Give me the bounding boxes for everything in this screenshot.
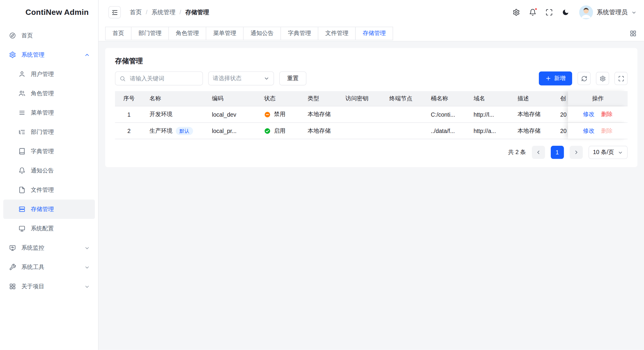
sidebar-item-about[interactable]: 关于项目: [3, 277, 95, 296]
tab-menu-mgmt[interactable]: 菜单管理: [206, 26, 243, 40]
tab-dept-mgmt[interactable]: 部门管理: [131, 26, 169, 40]
app-root: ContiNew Admin 首页 系统管理 用户管理 角色管理: [0, 0, 644, 350]
status-select-placeholder: 请选择状态: [213, 75, 242, 82]
sidebar-item-dict-mgmt[interactable]: 字典管理: [3, 142, 95, 161]
bell-icon: [18, 167, 26, 174]
modify-link[interactable]: 修改: [583, 127, 595, 134]
gear-icon: [599, 75, 606, 82]
pagination-next-button[interactable]: [569, 146, 583, 159]
content: 存储管理 请选择状态 重置 新增: [99, 42, 644, 350]
sidebar-item-label: 部门管理: [31, 128, 54, 136]
monitor-icon: [18, 225, 26, 232]
storage-name: 生产环境: [150, 127, 173, 134]
table-header-row: 序号 名称 编码 状态 类型 访问密钥 终端节点 桶名称 域名 描述 创 操作: [115, 91, 627, 106]
cell-code: local_pr...: [205, 123, 258, 139]
sidebar-item-label: 文件管理: [31, 186, 54, 194]
user-menu[interactable]: 系统管理员: [579, 5, 637, 19]
sidebar-item-system-tools[interactable]: 系统工具: [3, 257, 95, 277]
chevron-right-icon: [573, 150, 579, 155]
sidebar-collapse-button[interactable]: [108, 6, 121, 18]
sidebar-item-label: 存储管理: [31, 205, 54, 213]
breadcrumb: 首页 / 系统管理 / 存储管理: [130, 8, 209, 16]
cell-type: 本地存储: [301, 123, 339, 139]
sidebar-item-role-mgmt[interactable]: 角色管理: [3, 84, 95, 103]
search-input[interactable]: [129, 75, 198, 82]
bell-icon[interactable]: [529, 9, 537, 16]
chevron-down-icon: [84, 284, 90, 289]
delete-link[interactable]: 删除: [601, 111, 613, 118]
sidebar-item-system-mgmt[interactable]: 系统管理: [3, 45, 95, 64]
pagination-page-1[interactable]: 1: [550, 146, 564, 159]
tab-dict-mgmt[interactable]: 字典管理: [281, 26, 318, 40]
tab-actions-grid-icon[interactable]: [630, 30, 637, 37]
app-title: ContiNew Admin: [26, 8, 89, 17]
reset-button[interactable]: 重置: [279, 72, 306, 85]
fullscreen-icon[interactable]: [545, 9, 553, 16]
sidebar-item-file-mgmt[interactable]: 文件管理: [3, 180, 95, 199]
pagination-prev-button[interactable]: [532, 146, 545, 159]
menu-fold-icon: [111, 9, 118, 16]
sidebar-item-storage-mgmt[interactable]: 存储管理: [3, 199, 95, 219]
tab-home[interactable]: 首页: [105, 26, 132, 40]
chevron-down-icon: [84, 245, 90, 251]
tabbar: 首页 部门管理 角色管理 菜单管理 通知公告 字典管理 文件管理 存储管理: [99, 25, 644, 42]
moon-icon[interactable]: [562, 9, 569, 16]
col-header-code: 编码: [205, 91, 258, 106]
modify-link[interactable]: 修改: [583, 111, 595, 118]
sidebar-item-dept-mgmt[interactable]: 部门管理: [3, 122, 95, 142]
storage-card: 存储管理 请选择状态 重置 新增: [105, 48, 637, 167]
tab-storage-mgmt[interactable]: 存储管理: [355, 26, 393, 40]
delete-link-disabled: 删除: [601, 127, 613, 134]
status-select[interactable]: 请选择状态: [208, 72, 274, 85]
breadcrumb-current: 存储管理: [185, 8, 209, 16]
cell-code: local_dev: [205, 106, 258, 122]
col-header-endpoint: 终端节点: [383, 91, 424, 106]
app-logo[interactable]: ContiNew Admin: [0, 0, 98, 25]
sidebar-item-label: 系统配置: [31, 225, 54, 232]
avatar: [579, 5, 593, 19]
page-size-value: 10 条/页: [593, 149, 614, 156]
sidebar-item-system-monitor[interactable]: 系统监控: [3, 238, 95, 257]
storage-name: 开发环境: [150, 111, 173, 118]
sidebar-item-label: 字典管理: [31, 148, 54, 155]
cell-created-clipped: 20: [554, 106, 568, 122]
chevron-down-icon: [631, 10, 637, 15]
sidebar-item-home[interactable]: 首页: [3, 26, 95, 45]
breadcrumb-system-mgmt[interactable]: 系统管理: [151, 8, 175, 16]
column-settings-button[interactable]: [596, 72, 609, 85]
sidebar-item-label: 系统管理: [21, 51, 44, 58]
gear-icon: [9, 51, 16, 58]
breadcrumb-home[interactable]: 首页: [130, 8, 142, 16]
cell-description: 本地存储: [511, 123, 554, 139]
menu-lines-icon: [18, 109, 26, 116]
sidebar-item-user-mgmt[interactable]: 用户管理: [3, 64, 95, 84]
tab-role-mgmt[interactable]: 角色管理: [168, 26, 206, 40]
sidebar-item-system-config[interactable]: 系统配置: [3, 219, 95, 238]
pagination: 共 2 条 1 10 条/页: [115, 146, 627, 159]
sidebar: ContiNew Admin 首页 系统管理 用户管理 角色管理: [0, 0, 99, 350]
sidebar-item-label: 系统工具: [21, 263, 44, 271]
tab-file-mgmt[interactable]: 文件管理: [318, 26, 356, 40]
topbar: 首页 / 系统管理 / 存储管理 系统管理员: [99, 0, 644, 25]
col-header-domain: 域名: [467, 91, 511, 106]
toolbar: 请选择状态 重置 新增: [115, 72, 627, 85]
table-fullscreen-button[interactable]: [614, 72, 627, 85]
hexagon-logo-icon: [7, 5, 21, 19]
add-button[interactable]: 新增: [539, 72, 572, 85]
page-size-select[interactable]: 10 条/页: [588, 146, 628, 159]
sidebar-menu: 首页 系统管理 用户管理 角色管理 菜单管理 部门管理: [0, 25, 98, 296]
page-title: 存储管理: [115, 56, 627, 66]
cell-description: 本地存储: [511, 106, 554, 122]
search-icon: [120, 75, 126, 82]
plus-icon: [545, 76, 551, 81]
sidebar-item-label: 系统监控: [21, 244, 44, 251]
refresh-button[interactable]: [577, 72, 591, 85]
sidebar-item-notice[interactable]: 通知公告: [3, 161, 95, 180]
cell-endpoint: [383, 123, 424, 139]
sidebar-item-menu-mgmt[interactable]: 菜单管理: [3, 103, 95, 122]
tab-notice[interactable]: 通知公告: [243, 26, 281, 40]
settings-icon[interactable]: [512, 9, 520, 16]
storage-icon: [18, 206, 26, 213]
cell-domain: http://a...: [467, 123, 511, 139]
sidebar-item-label: 关于项目: [21, 283, 44, 290]
